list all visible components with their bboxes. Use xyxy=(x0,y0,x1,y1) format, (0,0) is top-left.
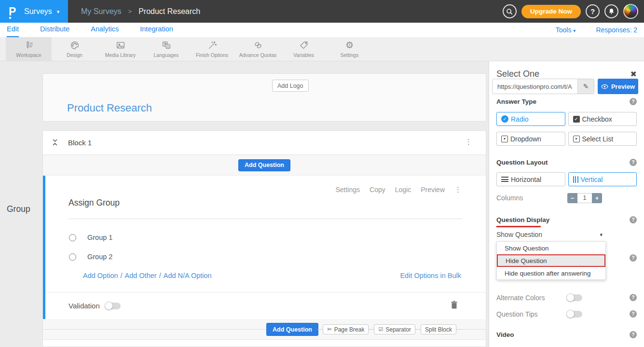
columns-value[interactable]: 1 xyxy=(577,193,592,203)
chevron-down-icon: ▾ xyxy=(57,9,60,15)
help-icon[interactable]: ? xyxy=(630,331,637,338)
toolbar-item-label: Workspace xyxy=(16,52,41,58)
edit-url-pencil-icon[interactable]: ✎ xyxy=(577,79,594,94)
add-logo-button[interactable]: Add Logo xyxy=(272,80,309,92)
toolbar-item-languages[interactable]: A Languages xyxy=(143,37,189,61)
palette-icon xyxy=(69,40,80,51)
add-option-link[interactable]: Add Option xyxy=(83,272,118,279)
columns-decrement-button[interactable]: − xyxy=(567,193,577,203)
survey-url-field[interactable]: https://questionpro.com/t/A ✎ xyxy=(492,79,594,94)
question-title[interactable]: Assign Group xyxy=(69,198,120,208)
top-bar: P Surveys ▾ My Surveys > Product Researc… xyxy=(0,0,644,23)
answer-option-label[interactable]: Group 1 xyxy=(87,234,112,241)
help-icon[interactable]: ? xyxy=(630,216,637,223)
notifications-bell-icon[interactable] xyxy=(604,4,618,18)
dropdown-option-hide-after-answering[interactable]: Hide question after answering xyxy=(497,267,605,279)
link-separator: / xyxy=(159,272,161,279)
question-menu: Settings Copy Logic Preview ⋮ xyxy=(335,185,462,194)
survey-header-card: Add Logo Product Research xyxy=(42,73,486,122)
add-question-button-top[interactable]: Add Question xyxy=(238,159,290,171)
radio-button-icon[interactable] xyxy=(69,253,76,261)
tab-edit[interactable]: Edit xyxy=(7,23,19,37)
split-block-button[interactable]: Split Block xyxy=(421,324,456,334)
delete-question-trash-icon[interactable] xyxy=(451,301,458,311)
separator-button[interactable]: ☑ Separator xyxy=(374,324,415,334)
toolbar-item-advance-quotas[interactable]: Advance Quotas xyxy=(235,37,281,61)
answer-type-radio-button[interactable]: ✓ Radio xyxy=(496,112,565,126)
toolbar-item-label: Advance Quotas xyxy=(239,52,277,58)
alternate-colors-toggle[interactable] xyxy=(567,294,582,301)
help-icon[interactable]: ? xyxy=(630,310,637,318)
toolbar-item-design[interactable]: Design xyxy=(52,37,97,61)
checked-box-icon: ☑ xyxy=(378,326,383,333)
tools-dropdown[interactable]: Tools ▾ xyxy=(556,26,576,34)
toolbar-item-label: Variables xyxy=(293,52,314,58)
tab-distribute[interactable]: Distribute xyxy=(40,23,69,37)
question-copy-link[interactable]: Copy xyxy=(370,186,385,194)
question-display-select[interactable]: Show Question ▾ xyxy=(496,231,606,238)
checkbox-icon: ✓ xyxy=(573,116,580,123)
add-na-option-link[interactable]: Add N/A Option xyxy=(164,272,212,279)
tab-analytics[interactable]: Analytics xyxy=(91,23,119,37)
validation-toggle[interactable] xyxy=(106,303,121,309)
chevron-down-icon: ▾ xyxy=(573,28,575,33)
search-icon[interactable] xyxy=(503,4,517,18)
breadcrumb-my-surveys[interactable]: My Surveys xyxy=(81,7,122,16)
question-settings-panel: Select One ✖ Answer Type ? ✓ Radio ✓ Che… xyxy=(489,61,644,347)
help-icon[interactable]: ? xyxy=(630,98,637,105)
answer-option-label[interactable]: Group 2 xyxy=(87,253,112,261)
add-question-button-bottom[interactable]: Add Question xyxy=(266,323,318,336)
close-icon[interactable]: ✖ xyxy=(630,69,637,79)
question-title-field[interactable]: Assign Group xyxy=(69,198,463,219)
layout-horizontal-button[interactable]: Horizontal xyxy=(496,172,565,186)
edit-options-in-bulk-link[interactable]: Edit Options in Bulk xyxy=(400,272,461,279)
user-avatar[interactable] xyxy=(623,4,638,19)
annotation-red-underline xyxy=(496,226,541,227)
toolbar-item-workspace[interactable]: Workspace xyxy=(6,37,52,61)
question-settings-link[interactable]: Settings xyxy=(335,186,360,194)
upgrade-now-button[interactable]: Upgrade Now xyxy=(521,5,581,18)
survey-title[interactable]: Product Research xyxy=(67,102,152,114)
columns-increment-button[interactable]: + xyxy=(592,193,602,203)
answer-type-dropdown-button[interactable]: ▾ Dropdown xyxy=(496,132,565,146)
image-icon xyxy=(115,40,126,51)
radio-selected-icon: ✓ xyxy=(501,115,508,123)
breadcrumb-current: Product Research xyxy=(138,7,200,16)
toolbar-item-settings[interactable]: ⚙ Settings xyxy=(327,37,372,61)
answer-type-checkbox-button[interactable]: ✓ Checkbox xyxy=(568,112,637,126)
radio-button-icon[interactable] xyxy=(69,234,76,241)
help-circle-icon[interactable]: ? xyxy=(586,4,600,18)
tab-integration[interactable]: Integration xyxy=(140,23,173,37)
help-icon[interactable]: ? xyxy=(630,294,637,301)
magic-wand-icon xyxy=(207,40,218,51)
block-kebab-menu-icon[interactable]: ⋮ xyxy=(465,138,472,146)
page-break-button[interactable]: ✄ Page Break xyxy=(323,324,369,334)
collapse-block-icon[interactable] xyxy=(52,138,58,149)
block-title[interactable]: Block 1 xyxy=(68,139,92,147)
answer-type-select-list-button[interactable]: ▾ Select List xyxy=(568,132,637,146)
app-menu-surveys[interactable]: P Surveys ▾ xyxy=(0,0,68,23)
help-icon[interactable]: ? xyxy=(630,159,637,166)
toolbar-item-media-library[interactable]: Media Library xyxy=(97,37,143,61)
link-separator: / xyxy=(121,272,123,279)
add-question-strip-bottom: Add Question ✄ Page Break ☑ Separator Sp… xyxy=(43,319,486,340)
toolbar-item-label: Finish Options xyxy=(196,52,228,58)
toolbar-item-variables[interactable]: Variables xyxy=(281,37,327,61)
preview-button[interactable]: Preview xyxy=(598,79,638,94)
answer-option-row[interactable]: Group 1 xyxy=(69,234,112,241)
question-kebab-menu-icon[interactable]: ⋮ xyxy=(454,185,462,194)
toolbar-item-label: Media Library xyxy=(105,52,136,58)
toolbar-item-finish-options[interactable]: Finish Options xyxy=(189,37,235,61)
scissors-icon: ✄ xyxy=(327,326,331,333)
responses-count[interactable]: Responses: 2 xyxy=(596,26,637,34)
layout-vertical-button[interactable]: Vertical xyxy=(568,172,637,186)
add-other-link[interactable]: Add Other xyxy=(125,272,157,279)
answer-option-row[interactable]: Group 2 xyxy=(69,253,112,261)
help-icon[interactable]: ? xyxy=(630,254,637,262)
dropdown-option-hide-question[interactable]: Hide Question xyxy=(497,254,605,267)
question-tips-label: Question Tips xyxy=(496,310,538,318)
question-logic-link[interactable]: Logic xyxy=(395,186,411,194)
question-tips-toggle[interactable] xyxy=(567,311,582,318)
question-preview-link[interactable]: Preview xyxy=(421,186,445,194)
dropdown-option-show-question[interactable]: Show Question xyxy=(497,242,605,254)
